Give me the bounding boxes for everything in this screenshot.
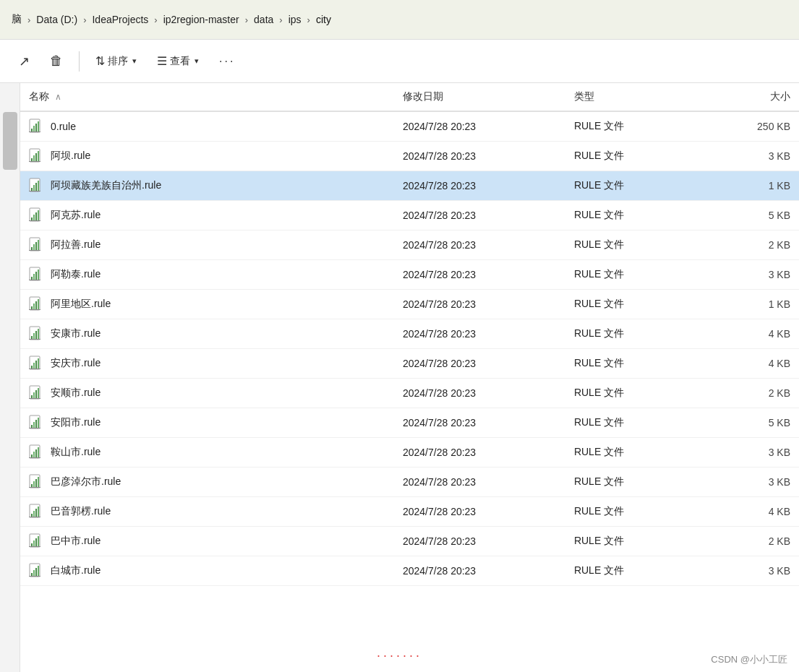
file-date: 2024/7/28 20:23 xyxy=(394,142,565,171)
file-date: 2024/7/28 20:23 xyxy=(394,408,565,438)
file-size: 5 KB xyxy=(706,408,799,438)
table-row[interactable]: 安顺市.rule 2024/7/28 20:23RULE 文件2 KB xyxy=(20,379,799,408)
table-row[interactable]: 巴音郭楞.rule 2024/7/28 20:23RULE 文件4 KB xyxy=(20,497,799,527)
svg-rect-14 xyxy=(33,185,35,191)
breadcrumb-item-brain[interactable]: 脑 xyxy=(12,13,22,26)
view-button[interactable]: ☰ 查看 ▾ xyxy=(150,50,206,72)
svg-rect-25 xyxy=(31,247,33,250)
file-name: 阿坝藏族羌族自治州.rule xyxy=(51,179,161,192)
svg-rect-31 xyxy=(31,277,33,280)
svg-rect-39 xyxy=(35,301,37,309)
sort-icon: ⇅ xyxy=(95,54,105,68)
breadcrumb-item-ips[interactable]: ips xyxy=(289,14,302,25)
svg-rect-23 xyxy=(29,220,40,221)
svg-rect-8 xyxy=(33,155,35,161)
svg-rect-62 xyxy=(33,422,35,428)
breadcrumb-sep-0: › xyxy=(27,14,30,25)
svg-rect-2 xyxy=(33,126,35,132)
scroll-thumb[interactable] xyxy=(3,112,17,170)
view-icon: ☰ xyxy=(157,54,167,68)
table-row[interactable]: 白城市.rule 2024/7/28 20:23RULE 文件3 KB xyxy=(20,556,799,586)
file-type: RULE 文件 xyxy=(565,111,706,142)
left-scrollbar[interactable] xyxy=(0,83,20,672)
table-row[interactable]: 安庆市.rule 2024/7/28 20:23RULE 文件4 KB xyxy=(20,349,799,379)
table-row[interactable]: 安阳市.rule 2024/7/28 20:23RULE 文件5 KB xyxy=(20,408,799,438)
svg-rect-67 xyxy=(31,455,33,457)
svg-rect-47 xyxy=(29,339,40,340)
file-name: 阿克苏.rule xyxy=(51,209,101,222)
col-header-type[interactable]: 类型 xyxy=(565,83,706,111)
file-name: 阿坝.rule xyxy=(51,150,90,163)
svg-rect-26 xyxy=(33,244,35,250)
rule-file-icon xyxy=(29,415,45,431)
sort-button[interactable]: ⇅ 排序 ▾ xyxy=(88,50,144,72)
svg-rect-21 xyxy=(35,212,37,220)
file-type: RULE 文件 xyxy=(565,231,706,260)
rule-file-icon xyxy=(29,119,45,134)
file-name: 鞍山市.rule xyxy=(51,446,101,459)
breadcrumb-item-data[interactable]: data xyxy=(254,14,273,25)
svg-rect-7 xyxy=(31,158,33,161)
table-row[interactable]: 巴彦淖尔市.rule 2024/7/28 20:23RULE 文件3 KB xyxy=(20,468,799,497)
svg-rect-51 xyxy=(35,361,37,369)
file-type: RULE 文件 xyxy=(565,468,706,497)
rule-file-icon xyxy=(29,385,45,401)
svg-rect-29 xyxy=(29,250,40,251)
svg-rect-83 xyxy=(29,517,40,517)
rule-file-icon xyxy=(29,533,45,549)
file-type: RULE 文件 xyxy=(565,379,706,408)
table-row[interactable]: 阿坝藏族羌族自治州.rule 2024/7/28 20:23RULE 文件1 K… xyxy=(20,171,799,201)
svg-rect-4 xyxy=(38,121,39,132)
table-row[interactable]: 安康市.rule 2024/7/28 20:23RULE 文件4 KB xyxy=(20,319,799,349)
table-row[interactable]: 0.rule 2024/7/28 20:23RULE 文件250 KB xyxy=(20,111,799,142)
svg-rect-10 xyxy=(38,151,39,161)
table-row[interactable]: 阿坝.rule 2024/7/28 20:23RULE 文件3 KB xyxy=(20,142,799,171)
file-size: 3 KB xyxy=(706,260,799,290)
file-name: 巴中市.rule xyxy=(51,535,101,548)
breadcrumb-item-ip2region[interactable]: ip2region-master xyxy=(163,14,239,25)
svg-rect-94 xyxy=(38,566,39,576)
breadcrumb-item-city[interactable]: city xyxy=(316,14,331,25)
col-header-name[interactable]: 名称 ∧ xyxy=(20,83,394,111)
breadcrumb-item-ideaprojects[interactable]: IdeaProjects xyxy=(92,14,148,25)
svg-rect-80 xyxy=(33,511,35,517)
file-date: 2024/7/28 20:23 xyxy=(394,171,565,201)
col-header-date[interactable]: 修改日期 xyxy=(394,83,565,111)
table-row[interactable]: 阿克苏.rule 2024/7/28 20:23RULE 文件5 KB xyxy=(20,201,799,231)
more-button[interactable]: ··· xyxy=(212,51,242,72)
col-header-size[interactable]: 大小 xyxy=(706,83,799,111)
table-row[interactable]: 巴中市.rule 2024/7/28 20:23RULE 文件2 KB xyxy=(20,527,799,556)
svg-rect-91 xyxy=(31,573,33,576)
table-row[interactable]: 鞍山市.rule 2024/7/28 20:23RULE 文件3 KB xyxy=(20,438,799,468)
delete-button[interactable]: 🗑 xyxy=(43,49,70,73)
svg-rect-44 xyxy=(33,333,35,339)
toolbar-divider-1 xyxy=(79,51,80,72)
svg-rect-77 xyxy=(29,487,40,488)
table-row[interactable]: 阿拉善.rule 2024/7/28 20:23RULE 文件2 KB xyxy=(20,231,799,260)
sort-chevron-icon: ▾ xyxy=(132,56,137,66)
svg-rect-20 xyxy=(33,215,35,220)
svg-rect-41 xyxy=(29,309,40,310)
file-name: 安庆市.rule xyxy=(51,357,101,370)
svg-rect-71 xyxy=(29,457,40,458)
share-button[interactable]: ↗ xyxy=(12,49,37,74)
breadcrumb-sep-2: › xyxy=(154,14,157,25)
svg-rect-11 xyxy=(29,161,40,162)
rule-file-icon xyxy=(29,326,45,342)
table-row[interactable]: 阿勒泰.rule 2024/7/28 20:23RULE 文件3 KB xyxy=(20,260,799,290)
svg-rect-53 xyxy=(29,369,40,369)
svg-rect-46 xyxy=(38,329,39,339)
svg-rect-58 xyxy=(38,388,39,398)
file-name: 安阳市.rule xyxy=(51,416,101,429)
svg-rect-34 xyxy=(38,270,39,280)
svg-rect-16 xyxy=(38,181,39,191)
svg-rect-59 xyxy=(29,398,40,399)
svg-rect-79 xyxy=(31,514,33,517)
breadcrumb-sep-1: › xyxy=(83,14,86,25)
svg-rect-28 xyxy=(38,240,39,250)
table-row[interactable]: 阿里地区.rule 2024/7/28 20:23RULE 文件1 KB xyxy=(20,290,799,319)
file-pane: 名称 ∧ 修改日期 类型 大小 xyxy=(0,83,799,672)
file-table: 名称 ∧ 修改日期 类型 大小 xyxy=(20,83,799,586)
breadcrumb-item-data-d[interactable]: Data (D:) xyxy=(36,14,77,25)
file-type: RULE 文件 xyxy=(565,319,706,349)
